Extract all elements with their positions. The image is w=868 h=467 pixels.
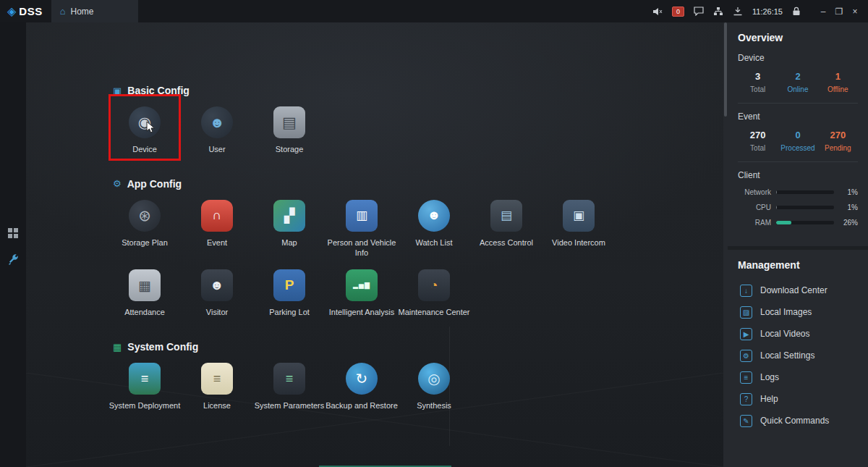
clock-time: 11:26:15: [752, 7, 783, 16]
app-tile-label: Person and Vehicle Info: [326, 238, 398, 258]
management-item-local-images[interactable]: ▨ Local Images: [728, 301, 868, 323]
download-icon[interactable]: [733, 7, 743, 16]
app-tile-label: Event: [207, 238, 227, 248]
stat-value: 2: [778, 71, 817, 82]
stat-label: Pending: [818, 144, 858, 152]
stat-label: Total: [738, 144, 778, 152]
user-icon: ☻: [201, 106, 233, 138]
app-tile-person-vehicle-info[interactable]: ▥ Person and Vehicle Info: [326, 200, 398, 258]
synthesis-globe-icon: ◎: [418, 363, 450, 395]
home-config-canvas: ▣ Basic Config ◉ Device ☻ User: [26, 22, 723, 467]
management-item-local-settings[interactable]: ⚙ Local Settings: [728, 345, 868, 366]
app-tile-device[interactable]: ◉ Device: [109, 106, 181, 155]
app-tile-system-deployment[interactable]: ≡ System Deployment: [109, 363, 181, 411]
stat-label: Total: [738, 85, 778, 93]
visitor-icon: ☻: [201, 269, 233, 301]
section-header: ▣ Basic Config: [113, 83, 723, 98]
cpu-meter: CPU 1%: [738, 203, 858, 211]
management-item-local-videos[interactable]: ▶ Local Videos: [728, 323, 868, 345]
app-tile-label: Video Intercom: [552, 238, 605, 248]
alarm-count-badge[interactable]: 0: [672, 7, 684, 17]
event-processed-stat[interactable]: 0 Processed: [778, 130, 817, 152]
config-wrench-icon[interactable]: [7, 254, 20, 269]
app-tile-label: Map: [281, 238, 297, 248]
app-tile-event[interactable]: ∩ Event: [181, 200, 253, 248]
stat-value: 270: [738, 130, 778, 140]
meter-value: 26%: [839, 219, 858, 227]
sitemap-icon[interactable]: [713, 7, 723, 16]
device-online-stat[interactable]: 2 Online: [778, 71, 817, 93]
gear-icon: ⚙: [113, 178, 122, 189]
maximize-button[interactable]: ❐: [832, 4, 846, 20]
license-document-icon: ≡: [201, 363, 233, 395]
app-tile-map[interactable]: ▞ Map: [253, 200, 326, 248]
app-tile-storage[interactable]: ▤ Storage: [253, 106, 326, 155]
overview-card: Overview Device 3 Total 2 Online 1: [728, 22, 868, 246]
management-item-label: Quick Commands: [760, 416, 829, 426]
management-item-download-center[interactable]: ↓ Download Center: [728, 279, 868, 301]
tab-home[interactable]: ⌂ Home: [51, 0, 138, 22]
monitor-icon: ▣: [113, 85, 122, 96]
parking-lot-icon: P: [273, 269, 305, 301]
app-tile-backup-and-restore[interactable]: ↻ Backup and Restore: [326, 363, 398, 411]
app-tile-label: Storage: [276, 145, 304, 155]
app-tile-intelligent-analysis[interactable]: ▂▅▇ Intelligent Analysis: [326, 269, 398, 318]
device-offline-stat[interactable]: 1 Offline: [818, 71, 858, 93]
app-tile-maintenance-center[interactable]: ◔ Maintenance Center: [398, 269, 470, 318]
device-total-stat: 3 Total: [738, 71, 778, 93]
alarm-sound-icon[interactable]: [652, 7, 663, 16]
app-tile-user[interactable]: ☻ User: [181, 106, 253, 155]
app-tile-attendance[interactable]: ▦ Attendance: [109, 269, 181, 318]
management-item-help[interactable]: ? Help: [728, 388, 868, 410]
meter-label: CPU: [738, 203, 771, 211]
section-app-config: ⚙ App Config ⊛ Storage Plan ∩ Event ▞ Ma…: [109, 177, 723, 329]
map-icon: ▞: [273, 200, 305, 232]
apps-grid-icon[interactable]: [8, 228, 18, 238]
meter-track: [776, 190, 834, 194]
close-button[interactable]: ×: [848, 4, 862, 20]
section-system-config: ▦ System Config ≡ System Deployment ≡ Li…: [109, 340, 723, 423]
client-subtitle: Client: [738, 170, 858, 180]
event-total-stat: 270 Total: [738, 130, 778, 152]
lock-icon[interactable]: [792, 7, 801, 16]
app-tile-video-intercom[interactable]: ▣ Video Intercom: [542, 200, 615, 248]
quick-commands-icon: ✎: [740, 415, 752, 427]
app-tile-system-parameters[interactable]: ≡ System Parameters: [253, 363, 326, 411]
app-tile-storage-plan[interactable]: ⊛ Storage Plan: [109, 200, 181, 248]
message-icon[interactable]: [694, 7, 704, 16]
meter-value: 1%: [839, 188, 858, 196]
dss-window: ◈ DSS ⌂ Home 0 11:26:15: [0, 0, 868, 467]
overview-title: Overview: [738, 32, 858, 43]
dss-logo-icon: ◈: [7, 4, 16, 18]
app-tile-synthesis[interactable]: ◎ Synthesis: [398, 363, 470, 411]
app-tile-license[interactable]: ≡ License: [181, 363, 253, 411]
logs-icon: ≡: [740, 371, 752, 384]
meter-value: 1%: [839, 203, 858, 211]
meter-track: [776, 221, 834, 224]
event-pending-stat[interactable]: 270 Pending: [818, 130, 858, 152]
tab-home-label: Home: [71, 7, 94, 17]
management-item-logs[interactable]: ≡ Logs: [728, 366, 868, 388]
management-item-quick-commands[interactable]: ✎ Quick Commands: [728, 410, 868, 432]
management-item-label: Help: [760, 394, 778, 404]
app-tile-watch-list[interactable]: ☻ Watch List: [398, 200, 470, 248]
app-tile-label: Synthesis: [417, 401, 451, 411]
app-tile-label: Intelligent Analysis: [329, 308, 395, 318]
scrollbar[interactable]: [723, 22, 728, 467]
section-header: ⚙ App Config: [113, 177, 723, 191]
device-icon: ◉: [129, 106, 161, 138]
stat-label: Processed: [778, 144, 817, 152]
app-tile-access-control[interactable]: ▤ Access Control: [470, 200, 542, 248]
storage-plan-icon: ⊛: [129, 200, 161, 232]
app-tile-label: Attendance: [124, 308, 165, 318]
watch-list-icon: ☻: [418, 200, 450, 232]
app-tile-visitor[interactable]: ☻ Visitor: [181, 269, 253, 318]
overview-event-block: Event 270 Total 0 Processed 270 Pending: [738, 112, 858, 162]
app-tile-label: Device: [132, 145, 157, 155]
minimize-button[interactable]: –: [816, 4, 830, 20]
attendance-icon: ▦: [129, 269, 161, 301]
app-tile-parking-lot[interactable]: P Parking Lot: [253, 269, 326, 318]
app-tile-label: Backup and Restore: [326, 401, 398, 411]
scrollbar-thumb[interactable]: [724, 22, 727, 117]
storage-icon: ▤: [273, 106, 305, 138]
